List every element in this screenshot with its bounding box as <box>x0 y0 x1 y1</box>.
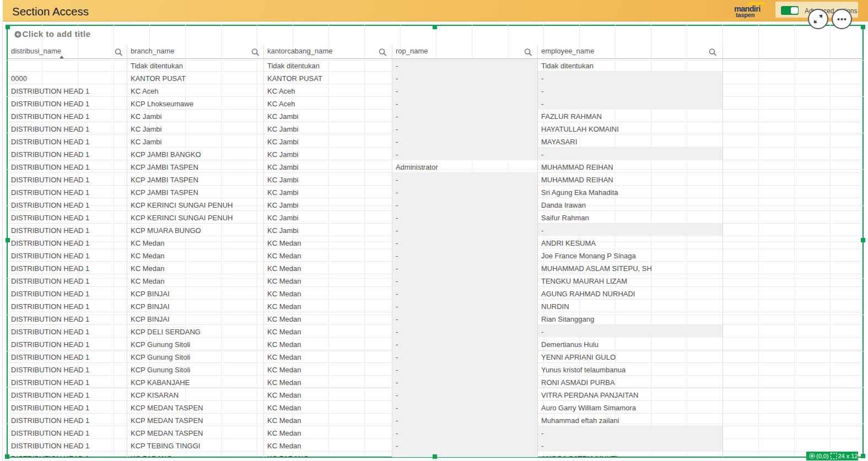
svg-text:24 x 12: 24 x 12 <box>838 453 858 459</box>
svg-text:(0,0): (0,0) <box>816 453 829 459</box>
